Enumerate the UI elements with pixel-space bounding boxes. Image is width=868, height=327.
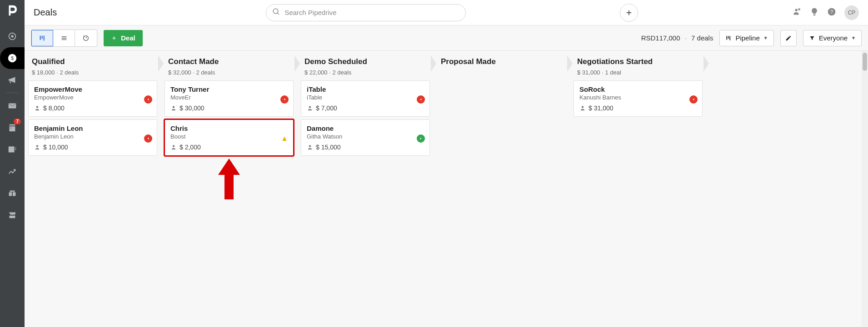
stage-name: Contact Made bbox=[168, 57, 290, 66]
deal-org: Boost bbox=[170, 133, 288, 140]
stage-meta: $ 18,000 · 2 deals bbox=[32, 69, 154, 76]
deal-amount: $ 31,000 bbox=[579, 104, 697, 112]
deal-title: Chris bbox=[170, 124, 288, 132]
help-icon[interactable]: ? bbox=[827, 7, 836, 18]
deal-amount: $ 8,000 bbox=[34, 104, 151, 112]
search-icon bbox=[272, 8, 280, 18]
view-toggle-group bbox=[31, 30, 97, 47]
svg-point-1 bbox=[11, 35, 13, 37]
deal-card[interactable]: Benjamin Leon Benjamin Leon $ 10,000 bbox=[28, 119, 157, 156]
stage-header: Negotiations Started $ 31,000 · 1 deal bbox=[572, 51, 704, 80]
status-overdue-icon bbox=[280, 95, 289, 104]
user-avatar[interactable]: CP bbox=[844, 5, 859, 20]
deal-card[interactable]: Damone Githa Watson $ 15,000 bbox=[301, 119, 430, 156]
stage-meta: $ 22,000 · 2 deals bbox=[304, 69, 426, 76]
svg-rect-12 bbox=[730, 36, 731, 40]
deal-card[interactable]: iTable iTable $ 7,000 bbox=[301, 80, 430, 117]
status-overdue-icon bbox=[417, 95, 425, 104]
scrollbar-track[interactable] bbox=[862, 51, 868, 327]
invite-users-icon[interactable] bbox=[792, 7, 802, 19]
deal-title: Damone bbox=[307, 124, 424, 132]
view-list-button[interactable] bbox=[53, 30, 75, 46]
deal-org: Githa Watson bbox=[307, 133, 424, 140]
edit-pipeline-button[interactable] bbox=[780, 30, 797, 46]
stage-cards: SoRock Kanushi Barnes $ 31,000 bbox=[572, 80, 704, 117]
tips-icon[interactable] bbox=[810, 7, 819, 18]
svg-rect-6 bbox=[40, 35, 41, 40]
view-pipeline-button[interactable] bbox=[31, 30, 53, 46]
stage-meta: $ 32,000 · 2 deals bbox=[168, 69, 290, 76]
stage-cards: Tony Turner MoveEr $ 30,000 Chris Boost … bbox=[163, 80, 295, 156]
deal-org: Kanushi Barnes bbox=[579, 94, 697, 101]
deal-org: EmpowerMove bbox=[34, 94, 151, 101]
deal-amount: $ 7,000 bbox=[307, 104, 424, 112]
toolbar: Deal RSD117,000 · 7 deals Pipeline ▼ Eve… bbox=[25, 25, 868, 51]
nav-deals[interactable]: $ bbox=[0, 47, 25, 69]
status-overdue-icon bbox=[689, 95, 698, 104]
stage-name: Qualified bbox=[32, 57, 154, 66]
add-deal-button[interactable]: Deal bbox=[104, 30, 143, 46]
nav-campaigns[interactable] bbox=[0, 69, 25, 91]
stage-name: Proposal Made bbox=[441, 57, 563, 66]
nav-contacts[interactable] bbox=[0, 139, 25, 160]
scrollbar-thumb[interactable] bbox=[863, 53, 867, 71]
stage-header: Contact Made $ 32,000 · 2 deals bbox=[163, 51, 295, 80]
deal-amount: $ 30,000 bbox=[170, 104, 288, 112]
status-ok-icon bbox=[417, 134, 425, 143]
pipeline-summary: RSD117,000 · 7 deals bbox=[641, 34, 713, 42]
stage-header: Proposal Made bbox=[435, 51, 568, 74]
svg-rect-10 bbox=[727, 36, 728, 40]
deal-card[interactable]: Tony Turner MoveEr $ 30,000 bbox=[165, 80, 294, 117]
summary-count: 7 deals bbox=[691, 34, 713, 42]
stage-header: Qualified $ 18,000 · 2 deals bbox=[26, 51, 159, 80]
deal-org: MoveEr bbox=[170, 94, 288, 101]
nav-divider bbox=[5, 93, 19, 93]
view-forecast-button[interactable] bbox=[75, 30, 97, 46]
svg-text:?: ? bbox=[830, 9, 833, 15]
pipeline-selector[interactable]: Pipeline ▼ bbox=[719, 30, 773, 46]
search-input[interactable] bbox=[266, 4, 466, 21]
nav-marketplace[interactable] bbox=[0, 204, 25, 226]
deal-title: Benjamin Leon bbox=[34, 124, 151, 132]
add-deal-label: Deal bbox=[121, 34, 135, 42]
deal-title: EmpowerMove bbox=[34, 85, 151, 93]
deal-org: iTable bbox=[307, 94, 424, 101]
pipeline-stage: Contact Made $ 32,000 · 2 deals Tony Tur… bbox=[161, 51, 297, 327]
deal-card[interactable]: Chris Boost $ 2,000 ▲ bbox=[165, 119, 294, 156]
status-overdue-icon bbox=[144, 95, 152, 104]
deal-amount: $ 15,000 bbox=[307, 144, 424, 151]
svg-text:$: $ bbox=[11, 55, 14, 61]
page-title: Deals bbox=[34, 7, 57, 18]
deal-amount: $ 2,000 bbox=[170, 144, 288, 151]
filter-selector-label: Everyone bbox=[819, 34, 848, 42]
deal-title: SoRock bbox=[579, 85, 697, 93]
stage-meta: $ 31,000 · 1 deal bbox=[577, 69, 699, 76]
nav-mail[interactable] bbox=[0, 95, 25, 117]
pipeline-stage: Qualified $ 18,000 · 2 deals EmpowerMove… bbox=[25, 51, 161, 327]
deal-card[interactable]: SoRock Kanushi Barnes $ 31,000 bbox=[574, 80, 703, 117]
nav-products[interactable] bbox=[0, 182, 25, 204]
svg-rect-7 bbox=[42, 35, 43, 39]
status-overdue-icon bbox=[144, 134, 152, 143]
stage-cards: EmpowerMove EmpowerMove $ 8,000 Benjamin… bbox=[26, 80, 159, 156]
left-sidebar: $ 7 bbox=[0, 0, 25, 327]
stage-name: Demo Scheduled bbox=[304, 57, 426, 66]
nav-leads[interactable] bbox=[0, 25, 25, 47]
app-logo[interactable] bbox=[5, 4, 19, 17]
deal-card[interactable]: EmpowerMove EmpowerMove $ 8,000 bbox=[28, 80, 157, 117]
pipeline-stage: Demo Scheduled $ 22,000 · 2 deals iTable… bbox=[297, 51, 434, 327]
stage-header: Demo Scheduled $ 22,000 · 2 deals bbox=[299, 51, 432, 80]
chevron-down-icon: ▼ bbox=[763, 35, 768, 40]
nav-activities[interactable]: 7 bbox=[0, 117, 25, 139]
pipeline-stage: Proposal Made bbox=[434, 51, 570, 327]
nav-insights[interactable] bbox=[0, 160, 25, 182]
deal-title: Tony Turner bbox=[170, 85, 288, 93]
deal-org: Benjamin Leon bbox=[34, 133, 151, 140]
deal-title: iTable bbox=[307, 85, 424, 93]
pipeline-stage: Negotiations Started $ 31,000 · 1 deal S… bbox=[570, 51, 706, 327]
global-add-button[interactable] bbox=[620, 4, 638, 22]
pipeline-selector-label: Pipeline bbox=[735, 34, 759, 42]
filter-selector[interactable]: Everyone ▼ bbox=[803, 30, 862, 46]
summary-value: RSD117,000 bbox=[641, 34, 680, 42]
activities-badge: 7 bbox=[14, 119, 21, 124]
